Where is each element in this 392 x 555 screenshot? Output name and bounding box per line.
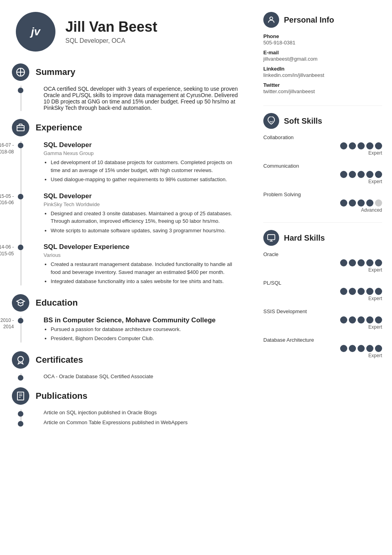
list-item: Article on Common Table Expressions publ… — [44, 419, 242, 425]
publications-icon — [12, 387, 29, 405]
exp-title-0: SQL Developer — [44, 141, 242, 149]
skill-plsql: PL/SQL Expert — [263, 280, 382, 301]
certificates-title: Certificates — [36, 355, 83, 365]
publications-section: Publications Article on SQL injection pu… — [12, 387, 242, 425]
candidate-name: Jill Van Beest — [65, 19, 157, 35]
svg-rect-12 — [268, 235, 275, 240]
exp-title-1: SQL Developer — [44, 192, 242, 200]
list-item: Designed and created 3 onsite databases.… — [51, 210, 242, 225]
personal-info-fields: Phone 505-918-0381 E-mail jillvanbeest@g… — [263, 33, 382, 94]
skill-dot — [349, 142, 356, 149]
skill-dot — [358, 316, 365, 323]
skill-dot — [375, 171, 382, 178]
exp-company-1: PinkSky Tech Worldwide — [44, 201, 242, 207]
soft-skills-section: Soft Skills Collaboration Expert Communi… — [263, 113, 382, 213]
table-row: 2014-06 - 2015-05 SQL Developer Experien… — [44, 243, 242, 285]
exp-date-1: 2015-05 - 2016-06 — [0, 193, 14, 207]
timeline-dot — [18, 194, 23, 199]
education-header: Education — [12, 294, 242, 312]
skill-dot — [366, 259, 373, 266]
summary-title: Summary — [36, 67, 75, 77]
skill-collaboration: Collaboration Expert — [263, 134, 382, 156]
certificates-section: Certificates OCA - Oracle Database SQL C… — [12, 351, 242, 379]
skill-dot — [366, 345, 373, 352]
personal-info-title: Personal Info — [284, 15, 334, 25]
svg-point-11 — [270, 17, 272, 20]
edu-bullets-0: Pursued a passion for database architect… — [44, 325, 242, 343]
exp-bullets-0: Led development of 10 database projects … — [44, 159, 242, 184]
email-value: jillvanbeest@gmail.com — [263, 56, 382, 62]
skill-dot — [349, 345, 356, 352]
skill-dot — [358, 345, 365, 352]
skill-dots-collaboration — [263, 142, 382, 149]
hard-skills-icon — [263, 230, 279, 246]
divider — [263, 105, 382, 106]
skill-dot — [340, 142, 347, 149]
info-row-linkedin: LinkedIn linkedin.com/in/jillvanbeest — [263, 66, 382, 78]
resume-container: jv Jill Van Beest SQL Developer, OCA Sum… — [0, 0, 392, 555]
hard-skills-section: Hard Skills Oracle Expert PL/SQL — [263, 230, 382, 358]
experience-header: Experience — [12, 119, 242, 136]
skill-dot — [366, 171, 373, 178]
exp-date-2: 2014-06 - 2015-05 — [0, 244, 14, 257]
skill-communication: Communication Expert — [263, 163, 382, 184]
skill-dot — [366, 316, 373, 323]
skill-oracle: Oracle Expert — [263, 251, 382, 273]
avatar: jv — [16, 12, 55, 52]
header-section: jv Jill Van Beest SQL Developer, OCA — [12, 12, 242, 52]
linkedin-value: linkedin.com/in/jillvanbeest — [263, 72, 382, 78]
divider — [263, 222, 382, 223]
education-timeline: 2010 - 2014 BS in Computer Science, Moha… — [12, 316, 242, 343]
exp-company-0: Gamma Nexus Group — [44, 150, 242, 156]
skill-dots-db-architecture — [263, 345, 382, 352]
personal-info-section: Personal Info Phone 505-918-0381 E-mail … — [263, 12, 382, 94]
skill-dot — [358, 259, 365, 266]
timeline-dot — [18, 245, 23, 250]
twitter-label: Twitter — [263, 82, 382, 88]
skill-dot-empty — [375, 199, 382, 207]
timeline-dot — [18, 143, 23, 148]
exp-date-0: 2016-07 - 2018-08 — [0, 142, 14, 155]
exp-bullets-1: Designed and created 3 onsite databases.… — [44, 210, 242, 235]
list-dot — [18, 411, 23, 417]
summary-header: Summary — [12, 63, 242, 81]
list-item: Created a restaurant management database… — [51, 260, 242, 276]
list-item: Integrated database functionality into a… — [51, 278, 242, 285]
experience-timeline: 2016-07 - 2018-08 SQL Developer Gamma Ne… — [12, 141, 242, 285]
summary-dot — [18, 88, 23, 93]
list-item: Wrote scripts to automate software updat… — [51, 227, 242, 235]
skill-dot — [366, 199, 373, 207]
skill-db-architecture: Database Architecture Expert — [263, 337, 382, 358]
skill-dot — [340, 345, 347, 352]
skill-dot — [358, 288, 365, 295]
experience-section: Experience 2016-07 - 2018-08 SQL Develop… — [12, 119, 242, 285]
list-item: Used dialogue-mapping to gather requirem… — [51, 176, 242, 184]
publications-list: Article on SQL injection published in Or… — [12, 410, 242, 425]
skill-dot — [349, 171, 356, 178]
exp-bullets-2: Created a restaurant management database… — [44, 260, 242, 285]
skill-dot — [366, 288, 373, 295]
summary-icon — [12, 63, 29, 81]
twitter-value: twitter.com/jillvanbeest — [263, 88, 382, 94]
skill-dot — [375, 142, 382, 149]
skill-ssis: SSIS Development Expert — [263, 308, 382, 330]
soft-skills-icon — [263, 113, 279, 129]
certificates-list-wrapper: OCA - Oracle Database SQL Certified Asso… — [12, 373, 242, 379]
personal-info-header: Personal Info — [263, 12, 382, 28]
skill-dot — [358, 199, 365, 207]
list-dot — [18, 421, 23, 427]
linkedin-label: LinkedIn — [263, 66, 382, 72]
svg-point-6 — [18, 356, 23, 362]
email-label: E-mail — [263, 50, 382, 56]
personal-info-icon — [263, 12, 279, 28]
publications-header: Publications — [12, 387, 242, 405]
experience-title: Experience — [36, 122, 82, 133]
list-item: Led development of 10 database projects … — [51, 159, 242, 174]
edu-date-0: 2010 - 2014 — [0, 317, 14, 331]
skill-dot — [375, 316, 382, 323]
list-item: Pursued a passion for database architect… — [51, 325, 242, 333]
list-dot — [18, 375, 23, 381]
exp-title-2: SQL Developer Experience — [44, 243, 242, 251]
summary-text: OCA certified SQL developer with 3 years… — [44, 86, 242, 111]
education-icon — [12, 294, 29, 312]
